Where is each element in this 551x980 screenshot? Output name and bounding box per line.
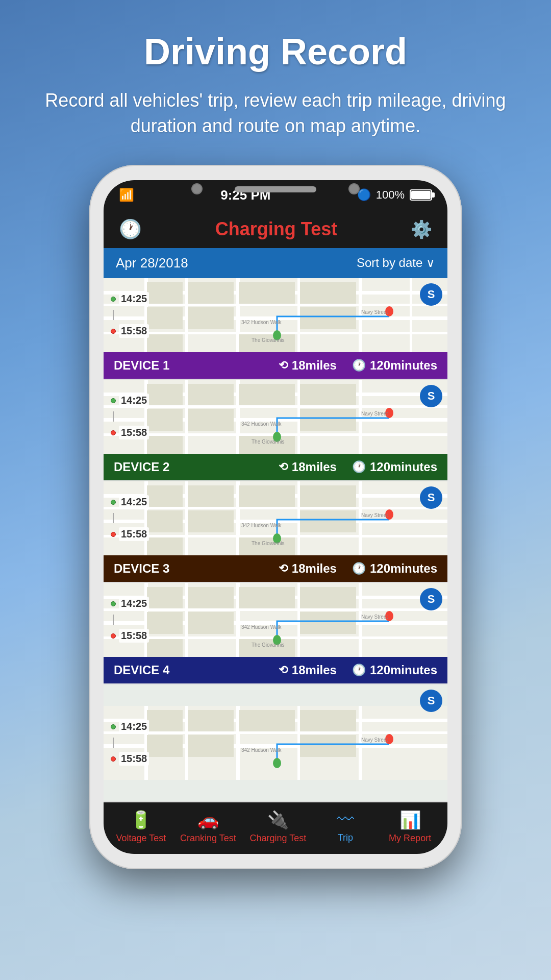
svg-rect-95: [300, 612, 356, 634]
svg-rect-17: [300, 307, 356, 329]
settings-icon[interactable]: ⚙️: [411, 219, 432, 239]
svg-rect-88: [359, 583, 362, 657]
trip-card-3[interactable]: 342 Hudson Walk Navy Street The Giovanni…: [104, 481, 447, 583]
trip-card-4[interactable]: 342 Hudson Walk Navy Street The Giovanni…: [104, 583, 447, 684]
hero-subtitle: Record all vehicles' trip, review each t…: [41, 88, 510, 139]
svg-rect-42: [188, 409, 234, 431]
avatar-2: S: [420, 385, 442, 407]
svg-rect-65: [239, 485, 295, 507]
end-time-3: 15:58: [119, 527, 149, 541]
map-area-1: 342 Hudson Walk Navy Street The Giovanni…: [104, 278, 447, 352]
svg-rect-29: [104, 405, 447, 408]
svg-rect-112: [297, 706, 300, 780]
end-time-5: 15:58: [119, 752, 149, 766]
svg-rect-14: [300, 282, 356, 304]
phone-camera-left: [191, 183, 203, 194]
start-time-3: 14:25: [119, 495, 149, 509]
start-time-5: 14:25: [119, 720, 149, 733]
date-label: Apr 28/2018: [116, 255, 188, 271]
svg-rect-110: [185, 706, 188, 780]
svg-text:Navy Street: Navy Street: [361, 411, 388, 416]
phone-frame: 📶 9:25 PM 🔵 100% 🕐 Charging Test ⚙️ Apr …: [89, 165, 462, 869]
time-overlay-2: 14:25 15:58: [111, 394, 149, 439]
history-icon[interactable]: 🕐: [119, 218, 142, 240]
device-bar-1: DEVICE 1 ⟲18miles 🕐120minutes: [104, 352, 447, 379]
trip-card-5[interactable]: 342 Hudson Walk Navy Street 14:25 15:58: [104, 684, 447, 802]
nav-my-report[interactable]: 📊 My Report: [385, 810, 436, 844]
miles-1: 18miles: [292, 358, 337, 373]
time-overlay-4: 14:25 15:58: [111, 597, 149, 643]
avatar-4: S: [420, 588, 442, 610]
svg-text:342 Hudson Walk: 342 Hudson Walk: [241, 747, 282, 753]
svg-rect-92: [300, 587, 356, 608]
miles-2: 18miles: [292, 460, 337, 474]
battery-percent: 100%: [376, 188, 405, 202]
svg-rect-8: [297, 278, 300, 352]
svg-text:342 Hudson Walk: 342 Hudson Walk: [241, 624, 282, 630]
time-overlay-5: 14:25 15:58: [111, 720, 149, 766]
svg-text:Navy Street: Navy Street: [361, 737, 388, 743]
device-name-2: DEVICE 2: [114, 460, 169, 474]
svg-rect-67: [147, 510, 183, 532]
nav-voltage-test[interactable]: 🔋 Voltage Test: [115, 810, 166, 844]
status-right: 🔵 100%: [357, 188, 432, 202]
trip-card-1[interactable]: 342 Hudson Walk Navy Street The Giovanni…: [104, 278, 447, 380]
svg-rect-119: [188, 735, 234, 757]
status-bar: 📶 9:25 PM 🔵 100%: [104, 180, 447, 210]
start-time-2: 14:25: [119, 394, 149, 407]
end-time-2: 15:58: [119, 426, 149, 439]
battery-icon: [410, 189, 432, 201]
device-bar-2: DEVICE 2 ⟲18miles 🕐120minutes: [104, 454, 447, 480]
svg-rect-113: [359, 706, 362, 780]
map-area-5: 342 Hudson Walk Navy Street 14:25 15:58: [104, 684, 447, 801]
svg-rect-120: [300, 735, 356, 757]
svg-rect-114: [147, 710, 183, 731]
svg-rect-13: [239, 282, 295, 304]
avatar-5: S: [420, 690, 442, 712]
svg-rect-117: [300, 710, 356, 731]
end-time-4: 15:58: [119, 629, 149, 643]
device-bar-3: DEVICE 3 ⟲18miles 🕐120minutes: [104, 555, 447, 582]
nav-label-trip: Trip: [338, 832, 353, 843]
time-overlay-3: 14:25 15:58: [111, 495, 149, 541]
map-area-4: 342 Hudson Walk Navy Street The Giovanni…: [104, 583, 447, 657]
svg-rect-18: [147, 334, 183, 352]
svg-rect-10: [410, 278, 412, 352]
svg-rect-68: [188, 510, 234, 532]
start-time-4: 14:25: [119, 597, 149, 610]
svg-rect-107: [104, 731, 447, 734]
device-name-1: DEVICE 1: [114, 358, 169, 373]
nav-label-cranking: Cranking Test: [180, 833, 236, 844]
miles-3: 18miles: [292, 561, 337, 576]
minutes-2: 120minutes: [370, 460, 437, 474]
nav-charging-test[interactable]: 🔌 Charging Test: [249, 810, 306, 844]
svg-rect-44: [147, 436, 183, 454]
cranking-icon: 🚗: [197, 810, 219, 830]
minutes-3: 120minutes: [370, 561, 437, 576]
device-bar-4: DEVICE 4 ⟲18miles 🕐120minutes: [104, 657, 447, 683]
svg-rect-41: [147, 409, 183, 431]
sort-button[interactable]: Sort by date ∨: [357, 256, 435, 270]
svg-text:The Giovannis: The Giovannis: [252, 642, 284, 648]
trip-card-2[interactable]: 342 Hudson Walk Navy Street The Giovanni…: [104, 380, 447, 481]
start-time-1: 14:25: [119, 292, 149, 306]
nav-cranking-test[interactable]: 🚗 Cranking Test: [180, 810, 236, 844]
svg-rect-93: [147, 612, 183, 634]
svg-rect-39: [239, 384, 295, 405]
svg-rect-33: [185, 380, 188, 454]
minutes-1: 120minutes: [370, 358, 437, 373]
device-name-3: DEVICE 3: [114, 561, 169, 576]
svg-rect-35: [297, 380, 300, 454]
svg-rect-69: [300, 510, 356, 532]
hero-section: Driving Record Record all vehicles' trip…: [0, 0, 551, 160]
svg-rect-36: [359, 380, 362, 454]
map-area-3: 342 Hudson Walk Navy Street The Giovanni…: [104, 481, 447, 555]
svg-text:Navy Street: Navy Street: [361, 614, 388, 620]
svg-rect-81: [104, 608, 447, 611]
nav-trip[interactable]: 〰 Trip: [320, 810, 371, 843]
hero-title: Driving Record: [41, 31, 510, 72]
avatar-1: S: [420, 283, 442, 306]
svg-rect-16: [188, 307, 234, 329]
svg-rect-43: [300, 409, 356, 431]
svg-text:342 Hudson Walk: 342 Hudson Walk: [241, 523, 282, 528]
